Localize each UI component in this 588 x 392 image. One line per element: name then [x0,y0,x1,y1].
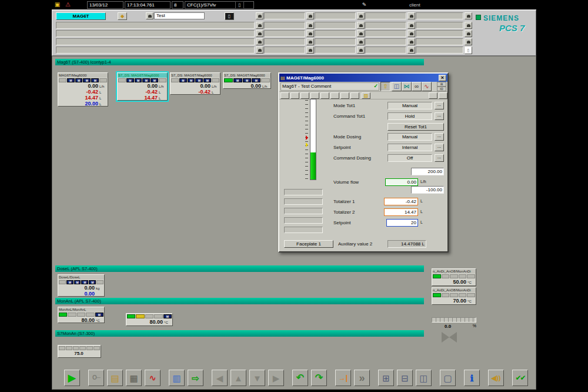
faceplate-block-andi-2[interactable]: n_AnDi_AnO8/MonAnDi 70.00°C [432,287,476,305]
horn-icon[interactable] [407,38,415,45]
printer-icon[interactable]: ▯ [235,1,244,9]
horn-icon[interactable] [357,22,365,29]
nav-right-button[interactable]: ▶ [268,370,284,386]
mode-button-row[interactable]: MM MM [58,280,104,285]
nav-up-button[interactable]: ▲ [230,370,246,386]
tool-icon[interactable] [310,92,319,99]
tool-icon[interactable] [290,92,299,99]
horn-icon[interactable] [357,30,365,37]
display-select-icon[interactable]: ▯ [225,12,234,20]
watch-view-icon[interactable]: ∞ [412,82,422,91]
forward-button[interactable]: » [354,370,370,386]
group-button-mag6t[interactable]: MAG6T [56,12,106,20]
mode-button-row[interactable]: MM MM [171,78,220,83]
pen-icon[interactable]: ✎ [360,1,369,9]
split-view-icon[interactable]: ◫ [392,82,402,91]
mode-button-row[interactable]: MM M [223,78,270,83]
horn-icon[interactable] [306,30,314,37]
indicator-row[interactable] [58,346,101,351]
close-icon[interactable]: × [439,75,446,81]
horn-icon[interactable] [407,12,415,19]
command-tot1-select[interactable]: Hold [387,112,432,120]
horn-icon[interactable] [306,22,314,29]
faceplate-block-monanl-1[interactable]: MonAnL/MonAnL M 80.00°C [58,307,105,323]
page-icon[interactable]: ▯ [465,46,472,54]
faceplate-block-andi-1[interactable]: n_AnDi_AnO8/MonAnDi 50.00°C [432,268,476,286]
io-badge[interactable]: IO [437,87,446,91]
mode-button-row[interactable]: MM MM [118,78,167,83]
faceplate-block-mag6t-2[interactable]: S7_DS: MAG6T/Mag6000 MM MM 0.00L/h -0.42… [117,72,168,101]
goto-button[interactable]: →| [335,370,351,386]
tool-icon[interactable] [330,92,339,99]
window-tile-button[interactable]: ⊟ [397,370,413,386]
report-button[interactable]: ▦ [126,370,142,386]
position-slider[interactable] [432,317,476,323]
horn-icon[interactable] [407,22,415,29]
tool-icon[interactable] [340,92,349,99]
tool-icon[interactable] [280,92,289,99]
test-field[interactable]: Test [154,12,205,19]
horn-icon[interactable] [465,12,472,19]
faceplate-block-dosel[interactable]: DoseL/DoseL MM MM 0.00kg 0.00 [58,274,105,297]
redo-button[interactable]: ↷ [311,370,327,386]
menu-icon[interactable]: ⊟ [437,82,446,87]
mode-tot1-select[interactable]: Manual [387,102,432,109]
reset-tot1-button[interactable]: Reset Tot1 [387,123,444,131]
window-titlebar[interactable]: ▤ MAG6T/Mag6000 × [279,74,447,82]
indicator-row[interactable] [432,293,476,298]
import-button[interactable]: ⇨ [188,370,203,386]
mode-dosing-select[interactable]: Manual [387,133,432,141]
horn-icon[interactable] [256,30,263,37]
setpoint-mode-select[interactable]: Internal [387,144,432,151]
trend-button[interactable]: ∿ [145,370,161,386]
nav-down-button[interactable]: ▼ [249,370,265,386]
mode-tot1-more-button[interactable]: ... [435,102,444,109]
horn-icon[interactable] [306,12,314,19]
trend-view-icon[interactable]: ∿ [422,82,432,91]
info-button[interactable]: ℹ [464,370,480,386]
hi-limit-field[interactable]: 200.00 [411,168,444,175]
horn-icon[interactable] [357,12,365,19]
alert-icon[interactable]: ⚠ [64,1,72,9]
folder-icon[interactable]: ▨ [362,92,370,99]
undo-button[interactable]: ↶ [292,370,308,386]
horn-icon[interactable] [146,12,153,19]
command-dosing-more-button[interactable]: ... [435,154,444,162]
tool-icon[interactable] [429,92,437,99]
screen-button[interactable]: ▢ [440,370,456,386]
horn-icon[interactable] [407,46,415,54]
acknowledge-button[interactable]: ✔✔ [512,370,528,386]
mode-dosing-more-button[interactable]: ... [435,133,444,141]
faceplate-block-s7monan[interactable]: 75.0 [58,345,101,358]
faceplate1-button[interactable]: Faceplate 1 [284,240,333,248]
sound-button[interactable]: ◀)) [488,370,504,386]
horn-icon[interactable] [407,30,415,37]
horn-icon[interactable] [306,46,314,54]
command-tot1-more-button[interactable]: ... [435,112,444,120]
window-cascade-button[interactable]: ⊞ [378,370,394,386]
home-view-icon[interactable]: ⇧ [380,82,390,91]
mode-button-row[interactable]: MM MM [58,78,108,83]
nav-left-button[interactable]: ◀ [212,370,228,386]
faceplate-block-mag6t-1[interactable]: MAG6T/Mag6000 MM MM 0.00L/h -0.42L 14.47… [58,72,108,107]
start-button[interactable]: ▶ [64,370,80,386]
command-dosing-select[interactable]: Off [387,154,432,162]
key-button[interactable]: O─ [88,370,104,386]
horn-icon[interactable] [256,22,263,29]
horn-icon[interactable] [256,12,263,19]
tool-icon[interactable] [439,92,447,99]
tool-icon[interactable] [300,92,309,99]
tool-icon[interactable] [320,92,329,99]
horn-icon[interactable] [256,38,263,45]
setpoint-mode-more-button[interactable]: ... [435,144,444,151]
horn-icon[interactable] [357,46,365,54]
window-split-button[interactable]: ◫ [416,370,432,386]
horn-icon[interactable] [256,46,263,54]
setpoint-input[interactable]: 20 [386,219,418,227]
hardcopy-button[interactable]: ▥ [169,370,185,386]
group-status-icon[interactable]: ◆ [118,12,127,20]
horn-icon[interactable] [465,22,472,29]
horn-icon[interactable] [465,30,472,37]
archive-button[interactable]: ▤ [107,370,123,386]
app-icon[interactable]: ▣ [53,1,62,9]
